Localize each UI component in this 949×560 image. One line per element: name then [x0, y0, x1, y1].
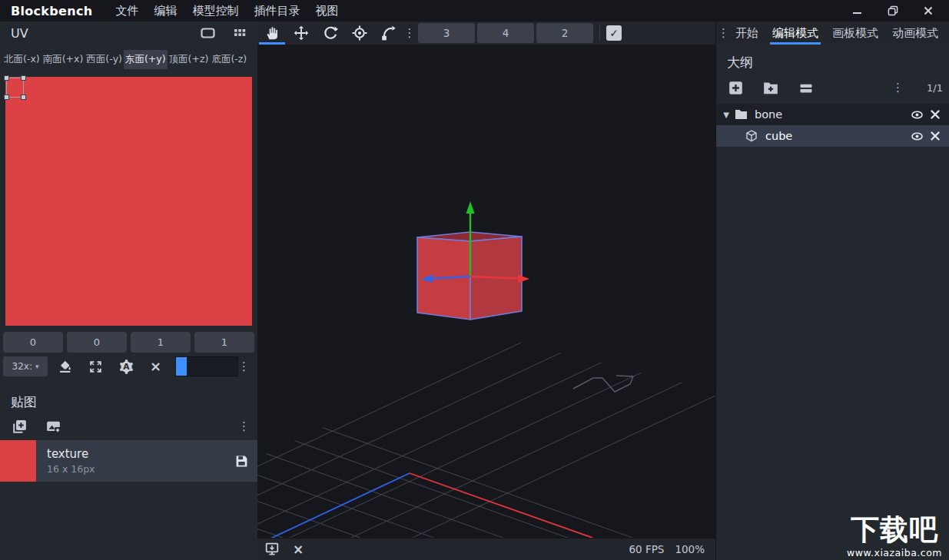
lock-toggle[interactable]: [926, 131, 944, 141]
rotate-tool-button[interactable]: [316, 22, 345, 45]
window-controls: [849, 3, 949, 18]
add-cube-icon: [728, 81, 743, 95]
uv-editor-canvas[interactable]: [5, 77, 252, 326]
toggle-layers-button[interactable]: [796, 78, 816, 97]
slider-handle[interactable]: [176, 357, 187, 376]
uv-grid-size-dropdown[interactable]: 32x: ▾: [3, 356, 48, 376]
uv-handle-tr[interactable]: [21, 75, 26, 81]
tab-paint-mode[interactable]: 画板模式: [825, 22, 885, 45]
add-group-button[interactable]: [761, 78, 781, 97]
fps-indicator: 60 FPS: [629, 543, 664, 555]
face-tab-south[interactable]: 南面(+x): [41, 50, 85, 69]
tools-menu-button[interactable]: ⋮: [403, 28, 416, 39]
screenshot-button[interactable]: [260, 538, 284, 560]
viewport-3d[interactable]: ⋮ 3 4 2 ✓: [257, 22, 715, 560]
face-tab-up[interactable]: 顶面(+z): [168, 50, 211, 69]
face-tab-down[interactable]: 底面(-z): [210, 50, 248, 69]
x-icon: [931, 110, 940, 119]
close-button[interactable]: [920, 3, 937, 18]
x-icon: [931, 131, 940, 141]
group-name[interactable]: bone: [755, 108, 908, 121]
add-cube-button[interactable]: [725, 78, 745, 97]
textures-menu-button[interactable]: ⋮: [238, 421, 250, 432]
tab-start[interactable]: 开始: [728, 22, 765, 45]
tabs-menu-button[interactable]: ⋮: [718, 28, 728, 39]
menubar: Blockbench 文件 编辑 模型控制 插件目录 视图: [0, 0, 949, 22]
brush-softness-field[interactable]: 4: [477, 23, 534, 43]
menu-item-transform[interactable]: 模型控制: [184, 4, 246, 18]
create-texture-button[interactable]: [9, 417, 29, 436]
menu-item-plugins[interactable]: 插件目录: [246, 4, 307, 18]
cube-name[interactable]: cube: [765, 130, 908, 142]
move-icon: [294, 25, 309, 41]
menu-item-view[interactable]: 视图: [307, 4, 346, 18]
menu-item-edit[interactable]: 编辑: [146, 4, 184, 18]
uv-width-field[interactable]: 1: [131, 332, 191, 353]
uv-menu-button[interactable]: ⋮: [238, 361, 250, 373]
clear-uv-button[interactable]: ×: [147, 357, 164, 376]
toolbar-divider: [599, 25, 600, 41]
visibility-toggle[interactable]: [908, 131, 926, 141]
face-tab-north[interactable]: 北面(-x): [2, 50, 41, 69]
lock-toggle[interactable]: [926, 110, 944, 119]
uv-handle-tl[interactable]: [4, 75, 9, 81]
site-watermark: 下载吧 www.xiazaiba.com: [840, 513, 949, 558]
uv-textures-panel: UV 北面(-x) 南面(+x) 西面(-y) 东面(+y): [0, 22, 257, 560]
uv-height-field[interactable]: 1: [194, 332, 254, 353]
texture-meta: texture 16 x 16px: [47, 447, 230, 475]
collapse-caret-icon[interactable]: ▼: [719, 111, 733, 119]
x-icon: ×: [150, 360, 161, 373]
grid-icon: [234, 28, 246, 39]
uv-window-button[interactable]: [197, 24, 217, 42]
uv-selection-box[interactable]: [6, 78, 24, 98]
outliner-title: 大纲: [716, 45, 949, 76]
menu-item-file[interactable]: 文件: [108, 4, 146, 18]
outliner-tree: ▼ bone: [716, 104, 949, 147]
outliner-toolbar: ⋮ 1/1: [716, 76, 949, 99]
tab-animate-mode[interactable]: 动画模式: [885, 22, 945, 45]
save-texture-button[interactable]: [230, 449, 253, 472]
outliner-pagination: 1/1: [927, 82, 943, 94]
uv-toolbar: 32x: ▾: [0, 355, 257, 378]
outliner-menu-button[interactable]: ⋮: [892, 82, 904, 94]
tree-row-cube[interactable]: cube: [716, 125, 949, 147]
uv-panel-header: UV: [0, 22, 257, 45]
face-tab-west[interactable]: 西面(-y): [85, 50, 124, 69]
axis-x-line: [410, 473, 592, 538]
tree-row-bone[interactable]: ▼ bone: [716, 104, 949, 125]
uv-grid-button[interactable]: [230, 24, 250, 42]
mode-tabs: ⋮ 开始 编辑模式 画板模式 动画模式: [716, 22, 949, 45]
brush-size-field[interactable]: 3: [418, 23, 475, 43]
transform-tool-button[interactable]: [374, 22, 403, 45]
north-arrow-marker: [573, 376, 633, 392]
visibility-toggle[interactable]: [908, 110, 926, 120]
folder-icon: [733, 109, 748, 120]
uv-handle-br[interactable]: [21, 94, 26, 100]
uv-x-field[interactable]: 0: [3, 332, 63, 353]
pan-tool-button[interactable]: [257, 22, 287, 45]
auto-uv-button[interactable]: A: [118, 357, 135, 376]
close-preview-button[interactable]: ×: [287, 538, 310, 560]
fill-bucket-button[interactable]: [56, 357, 74, 376]
expand-icon: [89, 360, 102, 373]
maximize-uv-button[interactable]: [87, 357, 105, 376]
restore-button[interactable]: [884, 3, 901, 18]
minimize-button[interactable]: [849, 3, 866, 18]
rotate-icon: [323, 25, 338, 41]
screenshot-icon: [265, 542, 279, 556]
chevron-down-icon: ▾: [35, 363, 39, 370]
texture-list-item[interactable]: texture 16 x 16px: [0, 440, 257, 482]
vertical-dots-icon: ⋮: [892, 81, 904, 94]
move-tool-button[interactable]: [287, 22, 316, 45]
import-texture-button[interactable]: [43, 417, 63, 436]
toggle-checkbox[interactable]: ✓: [606, 25, 622, 41]
uv-y-field[interactable]: 0: [67, 332, 127, 353]
tab-edit-mode[interactable]: 编辑模式: [765, 22, 825, 45]
viewport-canvas[interactable]: [257, 45, 715, 538]
brush-opacity-field[interactable]: 2: [536, 23, 593, 43]
watermark-logo: 下载吧: [840, 513, 949, 547]
uv-opacity-slider[interactable]: [175, 356, 238, 376]
uv-handle-bl[interactable]: [4, 94, 9, 100]
pivot-tool-button[interactable]: [345, 22, 374, 45]
face-tab-east[interactable]: 东面(+y): [124, 50, 168, 69]
